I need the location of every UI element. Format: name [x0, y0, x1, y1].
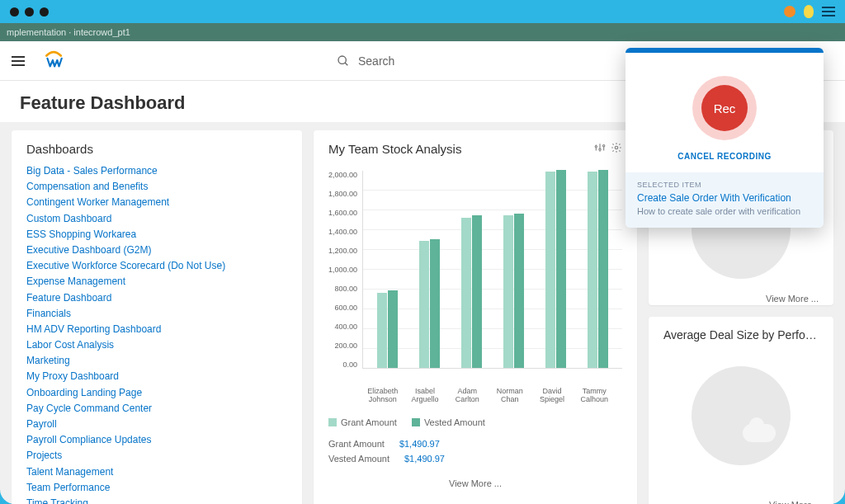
legend-grant: Grant Amount [328, 417, 397, 427]
bar-vested[interactable] [472, 215, 482, 368]
dashboard-link[interactable]: Custom Dashboard [26, 212, 287, 225]
view-more-link[interactable]: View More ... [663, 294, 819, 304]
bar-vested[interactable] [556, 170, 566, 368]
dashboards-list: Big Data - Sales PerformanceCompensation… [26, 164, 287, 504]
bar-vested[interactable] [388, 290, 398, 368]
window-dot[interactable] [10, 7, 19, 16]
chart-legend: Grant Amount Vested Amount [328, 417, 622, 427]
search-bar[interactable]: Search [337, 54, 394, 68]
bar-group [580, 170, 616, 368]
x-label: ElizabethJohnson [361, 385, 404, 404]
y-tick: 1,000.00 [328, 266, 357, 274]
dashboards-title: Dashboards [26, 142, 287, 156]
environment-label: mplementation · intecrowd_pt1 [7, 27, 130, 37]
y-tick: 400.00 [328, 323, 357, 331]
bar-grant[interactable] [503, 215, 513, 368]
workday-logo[interactable] [43, 50, 64, 72]
recording-overlay: Rec CANCEL RECORDING SELECTED ITEM Creat… [625, 48, 824, 228]
svg-point-5 [595, 146, 597, 148]
cloud-icon [743, 424, 776, 442]
x-label: AdamCarlton [446, 385, 489, 404]
y-tick: 2,000.00 [328, 171, 357, 179]
bar-group [370, 290, 405, 368]
bar-group [496, 214, 531, 368]
bar-grant[interactable] [461, 218, 471, 368]
dashboard-link[interactable]: Talent Management [26, 465, 287, 478]
chart-plot [362, 171, 622, 369]
bar-vested[interactable] [514, 214, 524, 368]
filter-icon[interactable] [594, 142, 606, 153]
bar-grant[interactable] [588, 172, 597, 368]
dashboard-link[interactable]: Feature Dashboard [26, 291, 287, 304]
svg-point-8 [615, 146, 618, 149]
svg-point-7 [603, 145, 605, 147]
dashboard-link[interactable]: Team Performance [26, 481, 287, 494]
selected-item-desc: How to create sale order with verificati… [637, 206, 812, 216]
legend-vested: Vested Amount [412, 417, 485, 427]
cancel-recording-button[interactable]: CANCEL RECORDING [677, 152, 771, 161]
dashboard-link[interactable]: Executive Dashboard (G2M) [26, 243, 287, 257]
placeholder-graphic [692, 366, 791, 465]
dashboard-link[interactable]: ESS Shopping Workarea [26, 228, 287, 241]
record-indicator-icon[interactable] [784, 6, 795, 17]
dashboard-link[interactable]: Payroll [26, 417, 287, 431]
window-dot[interactable] [25, 7, 34, 16]
dashboard-link[interactable]: My Proxy Dashboard [26, 370, 287, 383]
dashboard-link[interactable]: Big Data - Sales Performance [26, 164, 287, 177]
vested-amount-value: $1,490.97 [404, 454, 445, 464]
bar-group [412, 239, 447, 368]
dashboard-link[interactable]: Onboarding Landing Page [26, 386, 287, 399]
search-icon [337, 54, 350, 68]
selected-item-panel: SELECTED ITEM Create Sale Order With Ver… [625, 172, 824, 228]
bar-grant[interactable] [419, 241, 429, 368]
dashboard-link[interactable]: Projects [26, 449, 287, 462]
bar-grant[interactable] [377, 293, 387, 368]
menu-icon[interactable] [822, 7, 835, 16]
x-label: IsabelArguello [404, 385, 446, 404]
swatch-grant-icon [328, 418, 337, 426]
bar-vested[interactable] [430, 239, 440, 368]
traffic-lights [10, 7, 49, 16]
dashboard-link[interactable]: Marketing [26, 354, 287, 367]
right-panel-bottom: Average Deal Size by Performance View Mo… [649, 317, 833, 504]
bar-vested[interactable] [598, 170, 608, 368]
x-axis-labels: ElizabethJohnsonIsabelArguelloAdamCarlto… [328, 385, 622, 404]
y-tick: 1,200.00 [328, 247, 357, 255]
hamburger-menu-icon[interactable] [12, 56, 25, 66]
y-tick: 600.00 [328, 304, 357, 312]
dashboard-link[interactable]: HM ADV Reporting Dashboard [26, 323, 287, 336]
y-tick: 1,800.00 [328, 190, 357, 198]
x-label: DavidSpiegel [531, 385, 573, 404]
bar-grant[interactable] [545, 172, 555, 368]
dashboard-link[interactable]: Financials [26, 307, 287, 320]
y-tick: 1,400.00 [328, 228, 357, 236]
view-more-link[interactable]: View More ... [769, 500, 822, 504]
chart-controls [594, 142, 622, 153]
hint-bulb-icon[interactable] [804, 5, 814, 18]
dashboard-link[interactable]: Time Tracking [26, 497, 287, 504]
svg-point-0 [338, 56, 346, 64]
x-label: NormanChan [489, 385, 531, 404]
dashboard-link[interactable]: Pay Cycle Command Center [26, 402, 287, 415]
record-button-outer: Rec [692, 76, 757, 140]
vested-amount-label: Vested Amount [328, 454, 389, 464]
gear-icon[interactable] [611, 142, 622, 153]
avg-deal-title: Average Deal Size by Performance [663, 328, 819, 341]
dashboard-link[interactable]: Expense Management [26, 275, 287, 288]
selected-item-title[interactable]: Create Sale Order With Verification [637, 192, 812, 204]
selected-item-label: SELECTED ITEM [637, 181, 812, 189]
dashboard-link[interactable]: Compensation and Benefits [26, 180, 287, 193]
chart-summary: Grant Amount$1,490.97 Vested Amount$1,49… [328, 439, 622, 464]
window-dot[interactable] [40, 7, 49, 16]
dashboard-link[interactable]: Executive Workforce Scorecard (Do Not Us… [26, 259, 287, 272]
swatch-vested-icon [412, 418, 420, 426]
record-button[interactable]: Rec [701, 85, 748, 131]
dashboard-link[interactable]: Payroll Compliance Updates [26, 433, 287, 446]
y-tick: 0.00 [328, 360, 357, 369]
window-right-controls [784, 5, 835, 18]
dashboard-link[interactable]: Contingent Worker Management [26, 195, 287, 209]
dashboard-link[interactable]: Labor Cost Analysis [26, 338, 287, 351]
environment-bar: mplementation · intecrowd_pt1 [0, 23, 845, 41]
chart-view-more[interactable]: View More ... [328, 478, 622, 488]
chart-title: My Team Stock Analysis [328, 142, 461, 156]
